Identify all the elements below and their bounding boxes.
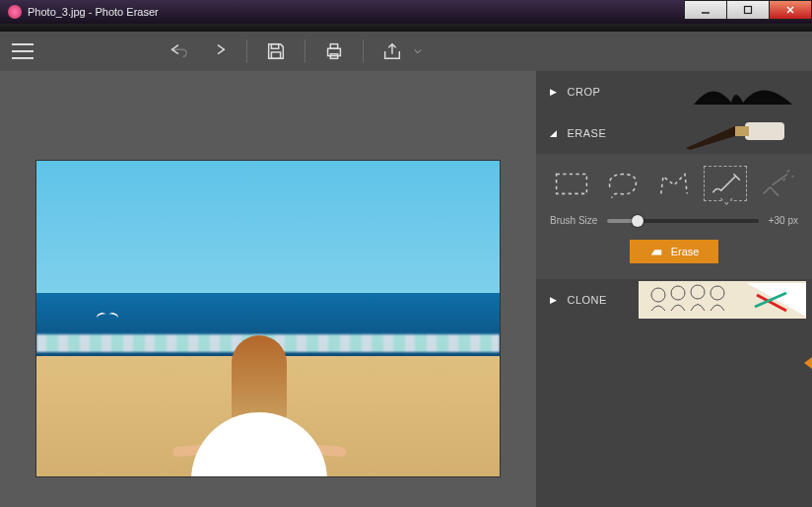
panel-erase-label: ERASE (568, 127, 607, 139)
maximize-button[interactable] (726, 0, 770, 20)
erase-decoration (666, 114, 804, 152)
menu-button[interactable] (12, 43, 34, 59)
brush-size-slider[interactable] (607, 219, 758, 223)
canvas-area (0, 71, 536, 507)
polygon-lasso-tool[interactable] (652, 166, 696, 201)
panel-clone-header[interactable]: ▶ CLONE (536, 279, 812, 321)
svg-rect-4 (271, 44, 278, 49)
crop-decoration (684, 77, 802, 107)
brush-tool[interactable] (704, 166, 747, 201)
separator (246, 39, 247, 63)
redo-button[interactable] (207, 40, 229, 62)
panel-crop-header[interactable]: ▶ CROP (536, 71, 812, 112)
svg-rect-11 (735, 126, 749, 136)
svg-marker-12 (686, 126, 735, 150)
lasso-tool[interactable] (601, 166, 644, 201)
minimize-button[interactable] (684, 0, 727, 20)
close-button[interactable] (769, 0, 812, 20)
panel-clone-label: CLONE (568, 294, 607, 306)
window-frame-gap (0, 24, 812, 32)
photo-subject-person (232, 335, 287, 426)
share-button[interactable] (381, 40, 403, 62)
panel-erase-header[interactable]: ◢ ERASE (536, 112, 812, 154)
chevron-down-icon: ◢ (550, 128, 558, 138)
svg-rect-5 (271, 52, 280, 58)
panel-crop-label: CROP (568, 86, 601, 98)
brush-size-label: Brush Size (550, 215, 597, 226)
brush-size-value: +30 px (769, 215, 798, 226)
chevron-right-icon: ▶ (550, 295, 558, 305)
clone-decoration (639, 281, 806, 319)
side-panel: ▶ CROP ◢ ERASE (536, 71, 812, 507)
window-title: Photo_3.jpg - Photo Eraser (28, 6, 685, 18)
collapse-panel-arrow[interactable] (804, 357, 812, 369)
svg-rect-1 (745, 7, 752, 14)
undo-button[interactable] (168, 40, 189, 62)
separator (304, 39, 305, 63)
app-icon (8, 5, 22, 19)
rect-select-tool[interactable] (550, 166, 593, 201)
titlebar: Photo_3.jpg - Photo Eraser (0, 0, 812, 24)
erase-button-label: Erase (671, 246, 700, 257)
chevron-right-icon: ▶ (550, 87, 558, 97)
toolbar (0, 32, 812, 71)
save-button[interactable] (265, 40, 287, 62)
separator (363, 39, 364, 63)
photo-subject-bird (97, 313, 118, 323)
erase-button[interactable]: Erase (630, 240, 719, 263)
svg-rect-6 (328, 48, 341, 55)
svg-rect-10 (745, 122, 784, 140)
svg-marker-14 (650, 250, 661, 254)
magic-eraser-tool[interactable] (755, 166, 798, 201)
panel-erase-body: Brush Size +30 px Erase (536, 154, 812, 279)
print-button[interactable] (323, 40, 345, 62)
svg-rect-7 (330, 44, 337, 49)
image-canvas[interactable] (36, 161, 500, 476)
svg-rect-13 (557, 174, 587, 193)
share-dropdown-icon[interactable] (407, 40, 429, 62)
